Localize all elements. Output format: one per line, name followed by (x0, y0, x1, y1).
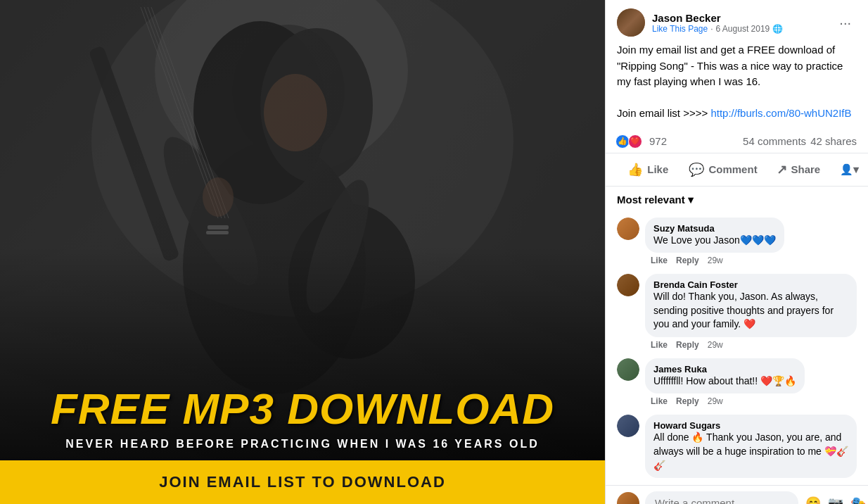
like-page-label[interactable]: Like This Page (652, 24, 708, 34)
sub-headline: NEVER HEARD BEFORE PRACTICING WHEN I WAS… (0, 438, 605, 460)
comment-4: Howard Sugars All done 🔥 Thank you Jason… (606, 410, 868, 482)
comment-1-avatar[interactable] (617, 218, 639, 240)
comment-3-like-btn[interactable]: Like (651, 396, 668, 406)
reaction-icons: 👍 ❤️ (617, 134, 642, 149)
comment-3-author[interactable]: James Ruka (653, 364, 796, 374)
comment-1-bubble: Suzy Matsuda We Love you Jason💙💙💙 (645, 218, 784, 253)
comments-section: Suzy Matsuda We Love you Jason💙💙💙 Like R… (606, 210, 868, 486)
profile-chevron: 👤▾ (840, 163, 859, 176)
comment-3-content: James Ruka Uffffffll! How about that!! ❤… (645, 358, 857, 407)
svg-point-17 (203, 177, 234, 217)
comment-3-time: 29w (708, 396, 723, 406)
actions-row: 👍 Like 💬 Comment ↗ Share 👤▾ (606, 153, 868, 187)
cta-bar[interactable]: JOIN EMAIL LIST TO DOWNLOAD (0, 460, 605, 504)
like-action-icon: 👍 (627, 162, 643, 177)
heart-icon: ❤️ (628, 134, 642, 149)
comment-1: Suzy Matsuda We Love you Jason💙💙💙 Like R… (606, 213, 868, 270)
like-icon: 👍 (615, 134, 630, 149)
comment-2-like-btn[interactable]: Like (651, 340, 668, 350)
comment-3-actions: Like Reply 29w (645, 393, 857, 406)
current-user-avatar (617, 492, 639, 504)
comment-4-bubble: Howard Sugars All done 🔥 Thank you Jason… (645, 415, 857, 478)
comment-1-time: 29w (708, 256, 723, 265)
post-text-1: Join my email list and get a FREE downlo… (617, 42, 857, 90)
most-relevant-label: Most relevant (617, 194, 685, 206)
comment-1-author[interactable]: Suzy Matsuda (653, 223, 776, 234)
comment-3: James Ruka Uffffffll! How about that!! ❤… (606, 354, 868, 411)
sticker-emoji-button[interactable]: 🎭 (849, 496, 867, 504)
svg-rect-19 (206, 231, 229, 234)
post-text-2: Join email list >>>> http://fburls.com/8… (617, 106, 857, 122)
comment-2-avatar[interactable] (617, 274, 639, 296)
post-body: Join my email list and get a FREE downlo… (606, 42, 868, 130)
emoji-buttons-row: 😊 📷 🎭 😁 (804, 496, 868, 504)
comment-2-bubble: Brenda Cain Foster Will do! Thank you, J… (645, 274, 857, 337)
comment-1-reply-btn[interactable]: Reply (676, 256, 699, 265)
author-info: Jason Becker Like This Page · 6 August 2… (617, 8, 783, 37)
reactions-left: 👍 ❤️ 972 (617, 134, 667, 149)
comment-2: Brenda Cain Foster Will do! Thank you, J… (606, 270, 868, 354)
share-button[interactable]: ↗ Share (762, 156, 835, 183)
author-meta: Jason Becker Like This Page · 6 August 2… (652, 12, 783, 34)
svg-rect-18 (208, 225, 229, 229)
comment-3-reply-btn[interactable]: Reply (676, 396, 699, 406)
comment-2-time: 29w (708, 340, 723, 350)
comment-2-author[interactable]: Brenda Cain Foster (653, 279, 848, 290)
comment-button[interactable]: 💬 Comment (686, 156, 760, 183)
facebook-panel: Jason Becker Like This Page · 6 August 2… (605, 0, 868, 504)
reactions-row: 👍 ❤️ 972 54 comments 42 shares (606, 130, 868, 153)
comment-4-avatar[interactable] (617, 415, 639, 437)
comment-4-content: Howard Sugars All done 🔥 Thank you Jason… (645, 415, 857, 478)
comments-count[interactable]: 54 comments (743, 135, 806, 147)
cta-text: JOIN EMAIL LIST TO DOWNLOAD (159, 473, 446, 491)
comment-1-like-btn[interactable]: Like (651, 256, 668, 265)
comment-2-content: Brenda Cain Foster Will do! Thank you, J… (645, 274, 857, 350)
post-header: Jason Becker Like This Page · 6 August 2… (606, 0, 868, 42)
comment-1-content: Suzy Matsuda We Love you Jason💙💙💙 Like R… (645, 218, 857, 266)
comment-4-author[interactable]: Howard Sugars (653, 420, 848, 431)
like-label: Like (647, 163, 668, 175)
comment-1-text: We Love you Jason💙💙💙 (653, 234, 776, 246)
comment-2-reply-btn[interactable]: Reply (676, 340, 699, 350)
post-link[interactable]: http://fburls.com/80-whUN2IfB (710, 107, 851, 119)
overlay-text-area: FREE MP3 DOWNLOAD NEVER HEARD BEFORE PRA… (0, 373, 605, 504)
globe-icon: 🌐 (772, 24, 783, 34)
post-date: 6 August 2019 (716, 24, 770, 34)
most-relevant-filter[interactable]: Most relevant ▾ (606, 187, 868, 210)
shares-count[interactable]: 42 shares (810, 135, 857, 147)
comment-action-icon: 💬 (689, 162, 704, 177)
smiley-emoji-button[interactable]: 😊 (804, 496, 822, 504)
reaction-count[interactable]: 972 (649, 135, 667, 147)
image-panel: FREE MP3 DOWNLOAD NEVER HEARD BEFORE PRA… (0, 0, 605, 504)
comment-2-actions: Like Reply 29w (645, 337, 857, 350)
comment-3-avatar[interactable] (617, 358, 639, 381)
main-headline: FREE MP3 DOWNLOAD (0, 373, 605, 438)
comment-3-bubble: James Ruka Uffffffll! How about that!! ❤… (645, 358, 805, 394)
image-background: FREE MP3 DOWNLOAD NEVER HEARD BEFORE PRA… (0, 0, 605, 504)
svg-point-16 (264, 74, 327, 151)
comment-1-actions: Like Reply 29w (645, 253, 857, 265)
comment-label: Comment (708, 163, 757, 175)
author-name[interactable]: Jason Becker (652, 12, 783, 24)
post-meta: Like This Page · 6 August 2019 🌐 (652, 24, 783, 34)
avatar-image (617, 8, 645, 37)
author-avatar[interactable] (617, 8, 645, 37)
write-comment-area: 😊 📷 🎭 😁 (606, 485, 868, 504)
comment-2-text: Will do! Thank you, Jason. As always, se… (653, 291, 834, 329)
share-action-icon: ↗ (777, 162, 787, 177)
like-button[interactable]: 👍 Like (611, 156, 684, 183)
comment-input[interactable] (645, 491, 798, 504)
profile-action-button[interactable]: 👤▾ (836, 158, 862, 182)
reactions-right: 54 comments 42 shares (743, 135, 857, 147)
dot-separator: · (710, 24, 713, 34)
share-label: Share (791, 163, 821, 175)
chevron-down-icon: ▾ (688, 194, 694, 206)
more-options-button[interactable]: ··· (834, 12, 857, 34)
camera-emoji-button[interactable]: 📷 (826, 496, 845, 504)
comment-4-text: All done 🔥 Thank you Jason, you are, and… (653, 431, 848, 470)
comment-3-text: Uffffffll! How about that!! ❤️🏆🔥 (653, 375, 796, 386)
